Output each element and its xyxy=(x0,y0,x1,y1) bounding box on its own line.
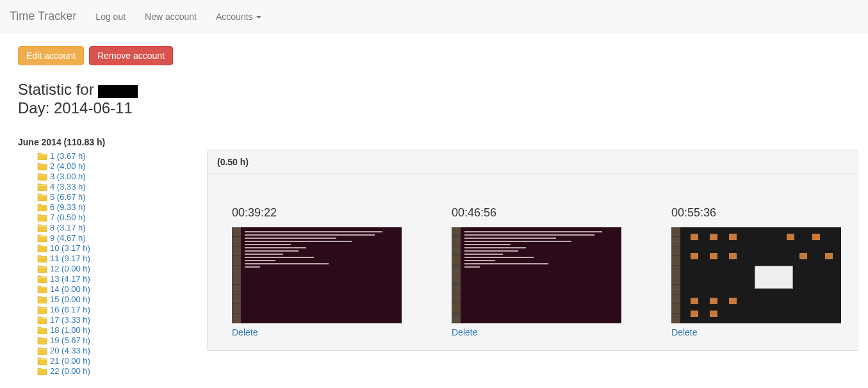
day-link[interactable]: 4 (3.33 h) xyxy=(50,182,86,192)
delete-link[interactable]: Delete xyxy=(232,327,258,337)
day-item: 6 (9.33 h) xyxy=(37,202,207,213)
day-item: 12 (0.00 h) xyxy=(37,264,207,274)
folder-icon xyxy=(37,254,47,263)
screenshots-panel: (0.50 h) 00:39:22Delete00:46:56Delete00:… xyxy=(207,150,858,351)
day-item: 5 (6.67 h) xyxy=(37,192,207,202)
screenshot-time: 00:39:22 xyxy=(232,206,402,220)
day-link[interactable]: 18 (1.00 h) xyxy=(50,325,90,335)
day-item: 4 (3.33 h) xyxy=(37,182,207,192)
day-link[interactable]: 13 (4.17 h) xyxy=(50,274,90,284)
page-container: Edit account Remove account Statistic fo… xyxy=(0,33,868,376)
folder-icon xyxy=(37,275,47,283)
redacted-name xyxy=(98,85,138,98)
page-heading: Statistic for Day: 2014-06-11 xyxy=(18,81,858,118)
day-link[interactable]: 22 (0.00 h) xyxy=(50,366,90,376)
remove-account-button[interactable]: Remove account xyxy=(89,46,173,65)
screenshot-card: 00:46:56Delete xyxy=(452,206,621,337)
screenshot-time: 00:46:56 xyxy=(452,206,621,220)
folder-icon xyxy=(37,326,47,334)
folder-icon xyxy=(37,285,47,293)
screenshot-thumbnail[interactable] xyxy=(671,227,841,323)
day-link[interactable]: 19 (5.67 h) xyxy=(50,335,90,346)
folder-icon xyxy=(37,203,47,211)
day-value: 2014-06-11 xyxy=(54,99,133,117)
day-item: 10 (3.17 h) xyxy=(37,243,207,254)
screenshot-thumbnail[interactable] xyxy=(452,227,621,323)
day-item: 15 (0.00 h) xyxy=(37,295,207,305)
day-link[interactable]: 5 (6.67 h) xyxy=(50,192,86,202)
sidebar: June 2014 (110.83 h) 1 (3.67 h)2 (4.00 h… xyxy=(18,137,207,376)
edit-account-button[interactable]: Edit account xyxy=(18,46,84,65)
nav-list: Log out New account Accounts xyxy=(86,2,271,31)
day-link[interactable]: 6 (9.33 h) xyxy=(50,202,86,213)
folder-icon xyxy=(37,182,47,191)
chevron-down-icon xyxy=(256,16,261,19)
folder-icon xyxy=(37,213,47,222)
nav-accounts-dropdown[interactable]: Accounts xyxy=(206,2,271,31)
day-tree: 1 (3.67 h)2 (4.00 h)3 (3.00 h)4 (3.33 h)… xyxy=(18,151,207,376)
nav-logout[interactable]: Log out xyxy=(86,2,135,31)
day-item: 1 (3.67 h) xyxy=(37,151,207,161)
day-link[interactable]: 8 (3.17 h) xyxy=(50,223,86,233)
day-item: 7 (0.50 h) xyxy=(37,213,207,223)
nav-new-account[interactable]: New account xyxy=(135,2,206,31)
day-item: 20 (4.33 h) xyxy=(37,346,207,356)
day-item: 9 (4.67 h) xyxy=(37,233,207,243)
folder-icon xyxy=(37,152,47,160)
brand-link[interactable]: Time Tracker xyxy=(10,0,86,33)
folder-icon xyxy=(37,336,47,344)
folder-icon xyxy=(37,316,47,324)
day-link[interactable]: 7 (0.50 h) xyxy=(50,213,86,223)
folder-icon xyxy=(37,244,47,252)
day-link[interactable]: 9 (4.67 h) xyxy=(50,233,86,243)
folder-icon xyxy=(37,172,47,181)
day-item: 18 (1.00 h) xyxy=(37,325,207,335)
folder-icon xyxy=(37,234,47,242)
day-prefix: Day: xyxy=(18,99,54,117)
day-link[interactable]: 20 (4.33 h) xyxy=(50,346,90,356)
main: (0.50 h) 00:39:22Delete00:46:56Delete00:… xyxy=(207,150,858,351)
layout: June 2014 (110.83 h) 1 (3.67 h)2 (4.00 h… xyxy=(18,137,858,376)
stat-line: Statistic for xyxy=(18,81,858,99)
day-item: 2 (4.00 h) xyxy=(37,161,207,172)
folder-icon xyxy=(37,193,47,201)
day-item: 16 (6.17 h) xyxy=(37,305,207,315)
day-link[interactable]: 21 (0.00 h) xyxy=(50,356,90,366)
folder-icon xyxy=(37,305,47,314)
screenshot-thumbnail[interactable] xyxy=(232,227,402,323)
month-header[interactable]: June 2014 (110.83 h) xyxy=(18,137,207,147)
day-link[interactable]: 17 (3.33 h) xyxy=(50,315,90,325)
delete-link[interactable]: Delete xyxy=(671,327,697,337)
day-item: 8 (3.17 h) xyxy=(37,223,207,233)
day-link[interactable]: 2 (4.00 h) xyxy=(50,161,86,172)
day-item: 3 (3.00 h) xyxy=(37,172,207,182)
screenshot-time: 00:55:36 xyxy=(671,206,841,220)
day-link[interactable]: 16 (6.17 h) xyxy=(50,305,90,315)
day-link[interactable]: 15 (0.00 h) xyxy=(50,295,90,305)
nav-accounts-label: Accounts xyxy=(216,12,253,22)
panel-header: (0.50 h) xyxy=(208,150,858,174)
day-item: 19 (5.67 h) xyxy=(37,335,207,346)
folder-icon xyxy=(37,223,47,232)
delete-link[interactable]: Delete xyxy=(452,327,477,337)
day-link[interactable]: 11 (9.17 h) xyxy=(50,254,90,264)
day-link[interactable]: 3 (3.00 h) xyxy=(50,172,86,182)
navbar: Time Tracker Log out New account Account… xyxy=(0,0,868,33)
day-link[interactable]: 12 (0.00 h) xyxy=(50,264,90,274)
day-item: 17 (3.33 h) xyxy=(37,315,207,325)
folder-icon xyxy=(37,295,47,303)
day-link[interactable]: 1 (3.67 h) xyxy=(50,151,86,161)
action-bar: Edit account Remove account xyxy=(18,46,858,65)
day-item: 11 (9.17 h) xyxy=(37,254,207,264)
day-line: Day: 2014-06-11 xyxy=(18,99,858,118)
folder-icon xyxy=(37,162,47,170)
day-link[interactable]: 10 (3.17 h) xyxy=(50,243,90,254)
day-link[interactable]: 14 (0.00 h) xyxy=(50,284,90,295)
panel-body: 00:39:22Delete00:46:56Delete00:55:36Dele… xyxy=(208,174,858,350)
day-item: 13 (4.17 h) xyxy=(37,274,207,284)
stat-prefix: Statistic for xyxy=(18,81,98,98)
screenshot-card: 00:55:36Delete xyxy=(671,206,841,337)
day-item: 22 (0.00 h) xyxy=(37,366,207,376)
day-item: 14 (0.00 h) xyxy=(37,284,207,295)
day-item: 21 (0.00 h) xyxy=(37,356,207,366)
